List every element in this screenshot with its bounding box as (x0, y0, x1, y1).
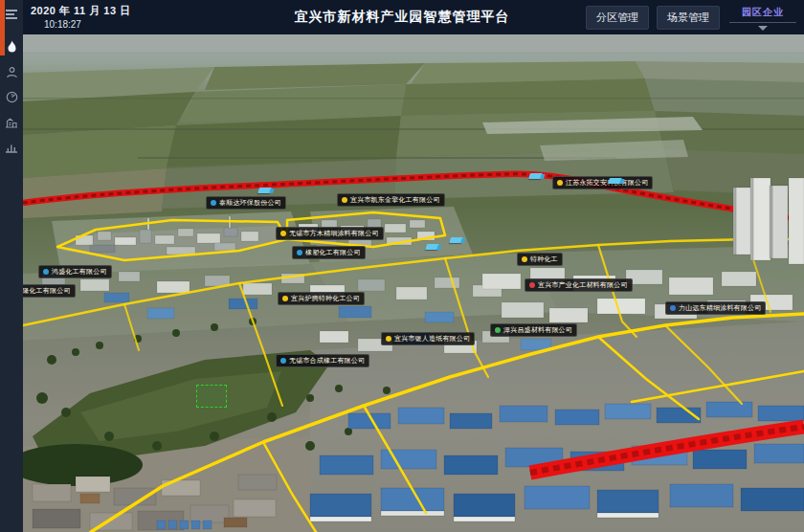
dropdown-label: 园区企业 (742, 6, 784, 19)
company-marker-icon (495, 327, 501, 333)
sidebar-item-statistics[interactable] (0, 134, 23, 159)
company-marker-icon (342, 197, 347, 203)
company-label-text: 橡塑化工有限公司 (305, 248, 361, 257)
divider (729, 22, 796, 23)
company-label-text: 鸿盛化工有限公司 (52, 267, 107, 277)
person-icon (6, 66, 18, 78)
sidebar-item-monitor[interactable] (0, 84, 23, 109)
company-label-text: 无锡市合成橡工有限公司 (289, 356, 365, 366)
map-label[interactable]: 宜兴市银人造纸有限公司 (381, 332, 475, 345)
datetime-block: 2020 年 11 月 13 日 10:18:27 (31, 5, 131, 29)
gauge-icon (6, 91, 18, 103)
company-marker-icon (280, 358, 286, 364)
company-marker-icon (297, 250, 302, 255)
company-label-text: 宜兴市产业化工材料有限公司 (538, 280, 628, 290)
company-label-text: 潭兴昌盛材料有限公司 (503, 325, 572, 335)
map-label[interactable]: 江苏永拓交安科技有限公司 (552, 176, 653, 189)
menu-toggle-button[interactable] (0, 0, 23, 29)
map-label[interactable]: 橡塑化工有限公司 (292, 246, 366, 259)
company-marker-icon (529, 282, 535, 288)
map-label[interactable]: 鸿盛化工有限公司 (38, 265, 112, 278)
company-label-text: 无锡市方木精细涂料有限公司 (289, 229, 379, 238)
company-label-text: 宜兴市凯东金擎化工有限公司 (350, 195, 440, 205)
company-label-text: 宜兴市银人造纸有限公司 (394, 334, 470, 344)
top-bar: 2020 年 11 月 13 日 10:18:27 宜兴市新材料产业园智慧管理平… (0, 0, 804, 34)
company-label-text: 力山远东精细涂料有限公司 (679, 303, 761, 313)
company-label-text: 泰顺达环保股份公司 (219, 198, 281, 208)
company-marker-icon (670, 305, 676, 311)
current-date: 2020 年 11 月 13 日 (31, 5, 131, 16)
company-marker-icon (557, 180, 563, 186)
chevron-down-icon (758, 26, 768, 31)
company-marker-icon (386, 336, 391, 342)
company-label-text: 瑞隆化工有限公司 (23, 286, 71, 296)
map-label[interactable]: 瑞隆化工有限公司 (23, 284, 76, 298)
map-label[interactable]: 无锡市方木精细涂料有限公司 (276, 227, 384, 240)
map-label[interactable]: 无锡市合成橡工有限公司 (276, 354, 369, 367)
map-scene (23, 34, 804, 532)
map-label[interactable]: 潭兴昌盛材料有限公司 (490, 323, 577, 337)
company-marker-icon (43, 269, 49, 275)
map-3d-viewport[interactable]: 泰顺达环保股份公司宜兴市凯东金擎化工有限公司无锡市方木精细涂料有限公司橡塑化工有… (23, 34, 804, 532)
building-icon (5, 116, 18, 128)
flame-icon (6, 40, 18, 54)
map-label[interactable]: 宜兴炉腾特种化工公司 (278, 292, 365, 305)
left-sidebar (0, 0, 23, 532)
map-label[interactable]: 宜兴市产业化工材料有限公司 (525, 278, 633, 292)
map-label[interactable]: 泰顺达环保股份公司 (206, 196, 286, 210)
sidebar-item-fire[interactable] (0, 34, 23, 59)
sidebar-item-personnel[interactable] (0, 59, 23, 84)
menu-icon (5, 9, 18, 20)
bar-chart-icon (5, 141, 18, 153)
company-marker-icon (522, 256, 527, 262)
current-time: 10:18:27 (44, 19, 131, 30)
company-label-text: 江苏永拓交安科技有限公司 (566, 178, 648, 188)
selection-box (196, 385, 227, 408)
scene-management-button[interactable]: 场景管理 (657, 6, 720, 30)
company-marker-icon (211, 200, 216, 206)
sidebar-item-enterprise[interactable] (0, 109, 23, 134)
header-actions: 分区管理 场景管理 园区企业 (586, 0, 798, 34)
map-label[interactable]: 宜兴市凯东金擎化工有限公司 (337, 193, 445, 207)
map-label[interactable]: 特种化工 (517, 253, 563, 266)
company-marker-icon (282, 296, 288, 301)
map-label[interactable]: 力山远东精细涂料有限公司 (665, 301, 766, 315)
company-label-text: 宜兴炉腾特种化工公司 (291, 294, 360, 303)
park-enterprise-dropdown[interactable]: 园区企业 (727, 4, 798, 31)
zone-management-button[interactable]: 分区管理 (586, 6, 649, 30)
app-window: 2020 年 11 月 13 日 10:18:27 宜兴市新材料产业园智慧管理平… (0, 0, 804, 532)
company-marker-icon (280, 231, 286, 236)
company-label-text: 特种化工 (530, 255, 558, 264)
